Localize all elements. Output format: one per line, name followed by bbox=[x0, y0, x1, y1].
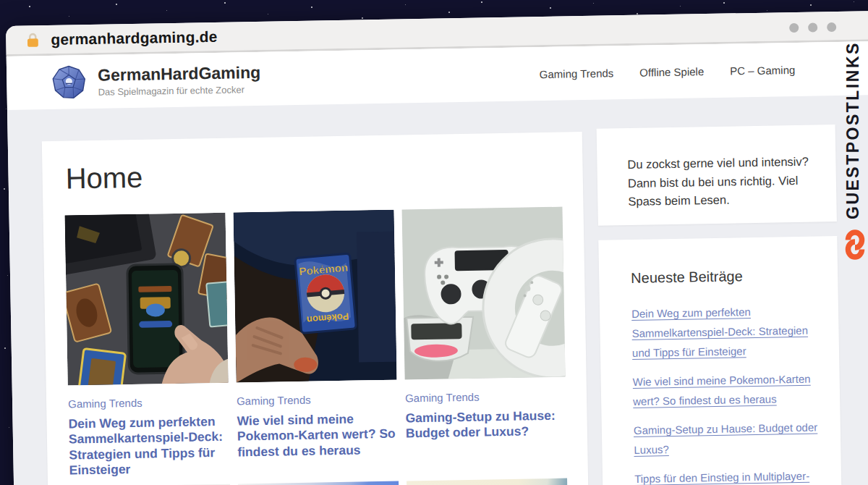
recent-posts-list: Dein Weg zum perfekten Sammelkartenspiel… bbox=[631, 300, 823, 485]
star-dot bbox=[810, 4, 812, 6]
star-dot bbox=[166, 10, 167, 11]
recent-posts-heading: Neueste Beiträge bbox=[631, 266, 819, 287]
star-dot bbox=[9, 427, 9, 428]
star-dot bbox=[448, 12, 450, 13]
posts-grid-next-row bbox=[69, 478, 569, 485]
post-image-cardgame-app[interactable] bbox=[65, 213, 229, 386]
chain-link-icon bbox=[841, 229, 868, 261]
sidebar: Du zockst gerne viel und intensiv? Dann … bbox=[597, 125, 843, 485]
post-card: Pokémon Pokémon Gaming Trends Wie viel s… bbox=[234, 210, 399, 476]
star-dot bbox=[29, 6, 30, 7]
post-category[interactable]: Gaming Trends bbox=[237, 392, 397, 408]
sidebar-intro-widget: Du zockst gerne viel und intensiv? Dann … bbox=[597, 125, 837, 226]
recent-post-link[interactable]: Wie viel sind meine Pokemon-Karten wert?… bbox=[633, 373, 811, 408]
recent-post-link[interactable]: Tipps für den Einstieg in Multiplayer-On… bbox=[634, 470, 809, 485]
post-card: Gaming Trends Dein Weg zum perfekten Sam… bbox=[65, 213, 230, 478]
star-dot bbox=[593, 3, 594, 4]
nav-item-gaming-trends[interactable]: Gaming Trends bbox=[540, 67, 614, 80]
recent-post-link[interactable]: Gaming-Setup zu Hause: Budget oder Luxus… bbox=[634, 421, 818, 456]
star-dot bbox=[6, 109, 7, 109]
post-category[interactable]: Gaming Trends bbox=[405, 389, 566, 405]
window-controls-dots-icon[interactable] bbox=[789, 22, 836, 33]
main-content: Home bbox=[42, 132, 590, 485]
sidebar-intro-text: Du zockst gerne viel und intensiv? Dann … bbox=[627, 153, 814, 211]
star-dot bbox=[362, 17, 363, 19]
post-image-pokemon-card[interactable]: Pokémon Pokémon bbox=[234, 210, 397, 383]
post-image-gaming-setup[interactable] bbox=[402, 207, 566, 380]
controllers-illustration bbox=[402, 207, 566, 380]
main-navigation: Gaming Trends Offline Spiele PC – Gaming bbox=[540, 63, 796, 80]
post-image-partial[interactable] bbox=[238, 481, 401, 485]
star-dot bbox=[224, 2, 226, 4]
star-dot bbox=[268, 14, 268, 14]
list-item: Wie viel sind meine Pokemon-Karten wert?… bbox=[632, 368, 821, 411]
site-title[interactable]: GermanHardGaming bbox=[98, 63, 260, 85]
post-title-link[interactable]: Wie viel sind meine Pokemon-Karten wert?… bbox=[237, 411, 398, 460]
window-dot[interactable] bbox=[789, 23, 799, 33]
star-dot bbox=[550, 7, 551, 9]
star-dot bbox=[637, 13, 638, 14]
star-dot bbox=[69, 16, 69, 17]
nav-item-pc-gaming[interactable]: PC – Gaming bbox=[730, 63, 795, 77]
star-dot bbox=[7, 275, 8, 276]
window-dot[interactable] bbox=[808, 22, 817, 32]
star-dot bbox=[854, 1, 854, 2]
brand-block[interactable]: GermanHardGaming Das Spielmagazin für ec… bbox=[98, 63, 261, 97]
blue-dice-logo[interactable] bbox=[51, 64, 87, 100]
sidebar-recent-posts-widget: Neueste Beiträge Dein Weg zum perfekten … bbox=[598, 236, 842, 485]
page-body: Home bbox=[7, 93, 868, 485]
list-item: Dein Weg zum perfekten Sammelkartenspiel… bbox=[631, 300, 820, 363]
recent-post-link[interactable]: Dein Weg zum perfekten Sammelkartenspiel… bbox=[631, 305, 808, 359]
star-dot bbox=[311, 7, 312, 8]
star-dot bbox=[405, 4, 406, 5]
cardgame-app-illustration bbox=[65, 213, 229, 386]
post-card: Gaming Trends Gaming-Setup zu Hause: Bud… bbox=[402, 207, 567, 473]
padlock-icon bbox=[25, 32, 41, 48]
star-dot bbox=[723, 2, 725, 4]
star-dot bbox=[116, 4, 117, 5]
star-dot bbox=[680, 6, 681, 7]
star-dot bbox=[4, 188, 5, 190]
post-title-link[interactable]: Gaming-Setup zu Hause: Budget oder Luxus… bbox=[405, 408, 566, 442]
browser-window: germanhardgaming.de GermanHardGaming Das… bbox=[6, 9, 868, 485]
window-dot[interactable] bbox=[827, 22, 836, 32]
post-image-partial[interactable] bbox=[407, 478, 569, 485]
posts-grid: Gaming Trends Dein Weg zum perfekten Sam… bbox=[65, 207, 566, 478]
nav-item-offline-spiele[interactable]: Offline Spiele bbox=[639, 65, 704, 79]
page-title: Home bbox=[65, 154, 561, 195]
guestpostlinks-watermark: GUESTPOSTLINKS bbox=[837, 32, 868, 229]
star-dot bbox=[4, 347, 6, 349]
list-item: Tipps für den Einstieg in Multiplayer-On… bbox=[634, 465, 823, 485]
post-category[interactable]: Gaming Trends bbox=[68, 395, 229, 410]
post-title-link[interactable]: Dein Weg zum perfekten Sammelkartenspiel… bbox=[68, 414, 229, 478]
star-dot bbox=[481, 1, 482, 3]
site-tagline: Das Spielmagazin für echte Zocker bbox=[98, 84, 260, 98]
url-text[interactable]: germanhardgaming.de bbox=[51, 28, 218, 48]
star-dot bbox=[767, 10, 767, 11]
list-item: Gaming-Setup zu Hause: Budget oder Luxus… bbox=[634, 417, 822, 460]
pokemon-card-illustration: Pokémon Pokémon bbox=[234, 210, 397, 383]
